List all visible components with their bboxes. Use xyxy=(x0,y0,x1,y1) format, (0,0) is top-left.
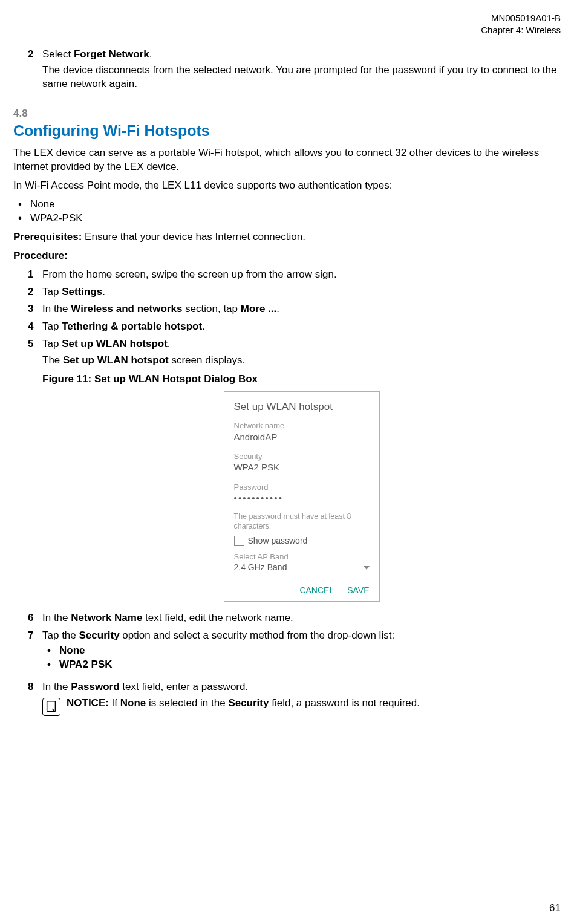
figure-11-dialog: Set up WLAN hotspot Network name Android… xyxy=(42,391,561,602)
doc-id: MN005019A01-B xyxy=(13,12,561,24)
figure-caption: Figure 11: Set up WLAN Hotspot Dialog Bo… xyxy=(42,373,561,386)
section-paragraph-1: The LEX device can serve as a portable W… xyxy=(13,146,561,174)
list-item: WPA2-PSK xyxy=(18,212,561,226)
procedure-step-5: 5 Tap Set up WLAN hotspot. The Set up WL… xyxy=(28,337,561,608)
intro-step-2: 2 Select Forget Network. The device disc… xyxy=(28,48,561,97)
show-password-label: Show password xyxy=(248,535,308,547)
section-paragraph-2: In Wi-Fi Access Point mode, the LEX L11 … xyxy=(13,179,561,193)
dialog-title: Set up WLAN hotspot xyxy=(234,400,370,414)
procedure-step-3: 3 In the Wireless and networks section, … xyxy=(28,302,561,316)
security-label: Security xyxy=(234,451,370,462)
procedure-step-6: 6 In the Network Name text field, edit t… xyxy=(28,611,561,625)
auth-type-list: None WPA2-PSK xyxy=(18,198,561,226)
chevron-down-icon xyxy=(364,566,370,570)
notice-text: NOTICE: If None is selected in the Secur… xyxy=(67,697,420,711)
security-options-list: None WPA2 PSK xyxy=(47,644,561,672)
page-header: MN005019A01-B Chapter 4: Wireless xyxy=(13,12,561,37)
list-item: None xyxy=(47,644,561,658)
notice-block: NOTICE: If None is selected in the Secur… xyxy=(42,697,561,716)
section-number: 4.8 xyxy=(13,107,561,121)
procedure-label: Procedure: xyxy=(13,249,561,263)
cancel-button[interactable]: CANCEL xyxy=(299,585,334,596)
ap-band-value: 2.4 GHz Band xyxy=(234,562,287,573)
checkbox-icon xyxy=(234,536,244,546)
ap-band-label: Select AP Band xyxy=(234,551,370,562)
network-name-label: Network name xyxy=(234,420,370,431)
procedure-step-2: 2 Tap Settings. xyxy=(28,285,561,299)
svg-rect-0 xyxy=(47,701,56,711)
wlan-hotspot-dialog: Set up WLAN hotspot Network name Android… xyxy=(224,391,380,602)
list-item: WPA2 PSK xyxy=(47,658,561,672)
network-name-input[interactable]: AndroidAP xyxy=(234,431,370,446)
password-label: Password xyxy=(234,482,370,493)
section-title: Configuring Wi-Fi Hotspots xyxy=(13,121,561,142)
show-password-checkbox[interactable]: Show password xyxy=(234,535,370,547)
password-input[interactable]: • • • • • • • • • • • xyxy=(234,492,370,507)
page-number: 61 xyxy=(549,902,561,916)
ap-band-select[interactable]: 2.4 GHz Band xyxy=(234,562,370,576)
prerequisites-line: Prerequisites: Ensure that your device h… xyxy=(13,230,561,244)
step-number: 2 xyxy=(28,48,42,97)
notice-icon xyxy=(42,698,60,716)
procedure-step-8: 8 In the Password text field, enter a pa… xyxy=(28,680,561,716)
procedure-step-1: 1 From the home screen, swipe the screen… xyxy=(28,268,561,282)
procedure-step-4: 4 Tap Tethering & portable hotspot. xyxy=(28,320,561,334)
security-select[interactable]: WPA2 PSK xyxy=(234,461,370,477)
chapter-line: Chapter 4: Wireless xyxy=(13,24,561,36)
prerequisites-label: Prerequisites: xyxy=(13,231,82,242)
save-button[interactable]: SAVE xyxy=(347,585,369,596)
step-result: The device disconnects from the selected… xyxy=(42,63,561,91)
password-hint: The password must have at least 8 charac… xyxy=(234,512,370,531)
procedure-step-7: 7 Tap the Security option and select a s… xyxy=(28,629,561,677)
list-item: None xyxy=(18,198,561,212)
step-text: Select Forget Network. xyxy=(42,48,152,60)
